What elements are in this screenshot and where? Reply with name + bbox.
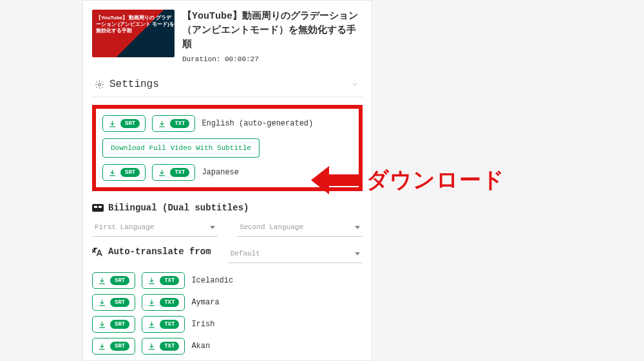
srt-pill: SRT bbox=[110, 276, 129, 285]
download-icon bbox=[98, 277, 106, 285]
download-srt-irish[interactable]: SRT bbox=[92, 316, 135, 333]
download-icon bbox=[147, 277, 156, 285]
bilingual-heading: Bilingual (Dual subtitles) bbox=[92, 203, 363, 213]
txt-pill: TXT bbox=[160, 298, 179, 307]
subtitles-icon bbox=[92, 204, 104, 212]
download-txt-japanese[interactable]: TXT bbox=[152, 164, 195, 181]
video-title: 【YouTube】動画周りのグラデーション（アンビエントモード）を無効化する手順 bbox=[182, 10, 363, 51]
download-icon bbox=[147, 320, 156, 329]
download-srt-aymara[interactable]: SRT bbox=[92, 294, 135, 311]
thumbnail-caption: 【YouTube】 動画周りの グラデーション (アンビエント モード)を 無効… bbox=[96, 15, 175, 34]
video-meta: 【YouTube】動画周りのグラデーション（アンビエントモード）を無効化する手順… bbox=[182, 10, 363, 63]
download-srt-akan[interactable]: SRT bbox=[92, 338, 135, 355]
language-label: Akan bbox=[191, 342, 210, 351]
video-thumbnail: 【YouTube】 動画周りの グラデーション (アンビエント モード)を 無効… bbox=[92, 10, 175, 57]
download-icon bbox=[147, 299, 156, 307]
language-label: Irish bbox=[191, 320, 214, 329]
list-item: SRT TXT Irish bbox=[92, 316, 363, 333]
download-txt-icelandic[interactable]: TXT bbox=[142, 272, 185, 289]
txt-pill: TXT bbox=[160, 320, 179, 329]
download-txt-akan[interactable]: TXT bbox=[142, 338, 185, 355]
video-header: 【YouTube】 動画周りの グラデーション (アンビエント モード)を 無効… bbox=[92, 10, 363, 63]
annotation: ダウンロード bbox=[311, 164, 505, 196]
first-language-select[interactable]: First Language bbox=[92, 219, 218, 237]
download-full-video-button[interactable]: Download Full Video With Subtitle bbox=[102, 138, 260, 158]
list-item: SRT TXT Aymara bbox=[92, 294, 363, 311]
txt-pill: TXT bbox=[160, 342, 179, 351]
second-language-select[interactable]: Second Language bbox=[237, 219, 363, 237]
list-item: SRT TXT Icelandic bbox=[92, 272, 363, 289]
download-srt-icelandic[interactable]: SRT bbox=[92, 272, 135, 289]
dropdown-icon bbox=[355, 226, 360, 229]
srt-pill: SRT bbox=[110, 342, 129, 351]
srt-pill: SRT bbox=[110, 298, 129, 307]
download-txt-aymara[interactable]: TXT bbox=[142, 294, 185, 311]
svg-point-0 bbox=[99, 83, 101, 86]
auto-translate-list: SRT TXT Icelandic SRT TXT Aymara SRT TXT… bbox=[92, 272, 363, 355]
second-language-placeholder: Second Language bbox=[240, 223, 303, 231]
download-txt-english[interactable]: TXT bbox=[152, 115, 195, 132]
language-japanese: Japanese bbox=[202, 168, 239, 177]
list-item: SRT TXT Akan bbox=[92, 338, 363, 355]
auto-translate-default-select[interactable]: Default bbox=[228, 246, 363, 263]
txt-pill: TXT bbox=[170, 119, 189, 128]
settings-toggle[interactable]: Settings bbox=[92, 76, 363, 97]
bilingual-heading-text: Bilingual (Dual subtitles) bbox=[108, 203, 249, 213]
arrow-icon bbox=[311, 164, 363, 196]
download-icon bbox=[108, 169, 117, 177]
srt-pill: SRT bbox=[110, 320, 129, 329]
srt-pill: SRT bbox=[120, 168, 140, 177]
txt-pill: TXT bbox=[160, 276, 179, 285]
download-icon bbox=[147, 342, 156, 351]
srt-pill: SRT bbox=[120, 119, 140, 128]
txt-pill: TXT bbox=[170, 168, 189, 177]
download-icon bbox=[98, 342, 106, 351]
auto-translate-heading: Auto-translate from bbox=[92, 246, 211, 257]
download-icon bbox=[158, 120, 166, 128]
language-label: Icelandic bbox=[191, 276, 233, 285]
dropdown-icon bbox=[210, 226, 215, 229]
download-icon bbox=[108, 120, 117, 128]
auto-translate-default-placeholder: Default bbox=[231, 250, 260, 257]
first-language-placeholder: First Language bbox=[95, 223, 154, 231]
download-txt-irish[interactable]: TXT bbox=[142, 316, 185, 333]
language-label: Aymara bbox=[191, 298, 219, 307]
download-icon bbox=[98, 320, 106, 329]
download-srt-english[interactable]: SRT bbox=[102, 115, 146, 132]
annotation-text: ダウンロード bbox=[366, 165, 505, 195]
download-icon bbox=[98, 299, 106, 307]
auto-translate-heading-text: Auto-translate from bbox=[108, 246, 211, 257]
settings-label: Settings bbox=[109, 79, 159, 90]
gear-icon bbox=[95, 80, 104, 89]
video-duration: Duration: 00:00:27 bbox=[182, 55, 363, 63]
download-srt-japanese[interactable]: SRT bbox=[102, 164, 146, 181]
language-english: English (auto-generated) bbox=[202, 119, 313, 128]
translate-icon bbox=[92, 246, 104, 257]
download-icon bbox=[158, 169, 166, 177]
dropdown-icon bbox=[355, 252, 360, 255]
chevron-down-icon bbox=[351, 80, 359, 88]
